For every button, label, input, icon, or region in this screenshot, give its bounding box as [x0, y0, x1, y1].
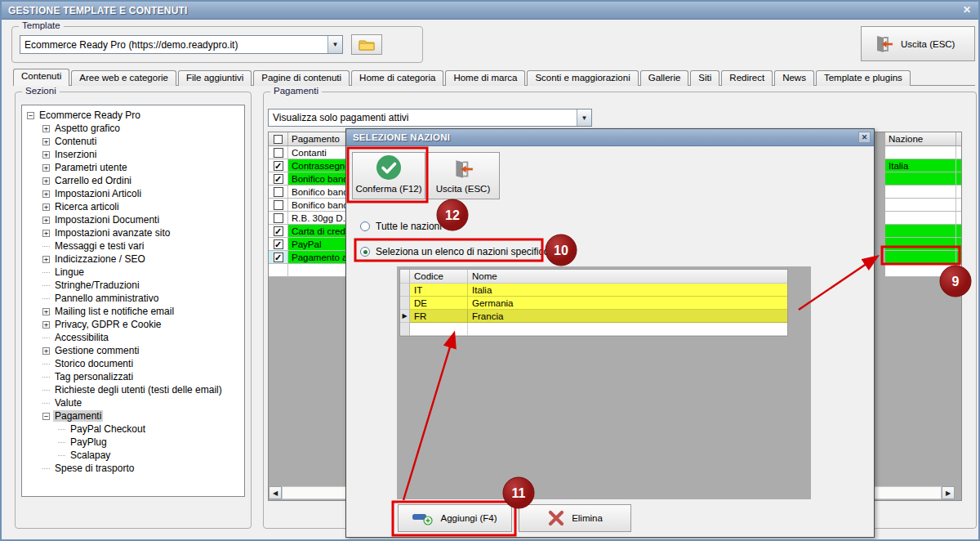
- tree-item-accessibilita[interactable]: Accessibilita: [22, 331, 244, 344]
- main-exit-button[interactable]: Uscita (ESC): [861, 26, 975, 61]
- tree-item-messaggi-e-testi-vari[interactable]: Messaggi e testi vari: [22, 239, 244, 253]
- expand-icon[interactable]: +: [42, 256, 50, 263]
- expand-icon[interactable]: +: [42, 177, 50, 185]
- payment-checkbox-cell[interactable]: [269, 212, 288, 225]
- nome-column-header[interactable]: Nome: [468, 270, 787, 284]
- nazione-cell[interactable]: [885, 186, 956, 199]
- nation-nome-cell[interactable]: Francia: [468, 310, 787, 323]
- elimina-button[interactable]: Elimina: [519, 504, 631, 532]
- payment-checkbox-cell[interactable]: ✓: [269, 172, 288, 186]
- scroll-right-icon[interactable]: ▶: [942, 486, 955, 499]
- tab-gallerie[interactable]: Gallerie: [640, 70, 689, 86]
- nation-nome-cell[interactable]: Italia: [468, 284, 787, 297]
- checkbox-checked-icon[interactable]: ✓: [274, 161, 283, 171]
- payments-filter-combobox[interactable]: Visualizza solo pagamenti attivi ▼: [268, 109, 592, 127]
- tree-item-payplug[interactable]: PayPlug: [22, 436, 244, 449]
- nation-codice-cell[interactable]: FR: [410, 310, 468, 323]
- tree-item-inserzioni[interactable]: +Inserzioni: [22, 148, 244, 161]
- payment-checkbox-cell[interactable]: ✓: [269, 238, 288, 251]
- payment-checkbox-cell[interactable]: ✓: [269, 159, 288, 172]
- open-template-button[interactable]: [351, 34, 382, 55]
- tree-item-indicizzazione-seo[interactable]: +Indicizzazione / SEO: [22, 253, 244, 266]
- payment-checkbox-cell[interactable]: [269, 199, 288, 212]
- checkbox-unchecked-icon[interactable]: [274, 148, 283, 158]
- tree-item-spese-di-trasporto[interactable]: Spese di trasporto: [22, 462, 244, 475]
- tree-item-aspetto-grafico[interactable]: +Aspetto grafico: [22, 122, 244, 135]
- sections-tree[interactable]: −Ecommerce Ready Pro+Aspetto grafico+Con…: [21, 105, 245, 497]
- dialog-exit-button[interactable]: Uscita (ESC): [426, 152, 500, 199]
- collapse-icon[interactable]: −: [42, 413, 50, 420]
- tab-template-e-plugins[interactable]: Template e plugins: [816, 70, 911, 86]
- tab-news[interactable]: News: [774, 70, 814, 86]
- tree-item-impostazioni-articoli[interactable]: +Impostazioni Articoli: [22, 187, 244, 200]
- nations-table[interactable]: Codice Nome ITItaliaDEGermania▶FRFrancia: [399, 269, 788, 337]
- nation-row[interactable]: ITItalia: [400, 284, 787, 297]
- expand-icon[interactable]: +: [42, 125, 50, 132]
- checkbox-checked-icon[interactable]: ✓: [274, 253, 283, 262]
- nazione-cell[interactable]: [885, 212, 956, 225]
- tree-item-ricerca-articoli[interactable]: +Ricerca articoli: [22, 200, 244, 213]
- conferma-button[interactable]: Conferma (F12): [352, 152, 425, 199]
- expand-icon[interactable]: +: [42, 308, 50, 315]
- header-select-all-checkbox[interactable]: [269, 132, 288, 146]
- tab-sconti-e-maggiorazioni[interactable]: Sconti e maggiorazioni: [527, 70, 638, 86]
- aggiungi-button[interactable]: Aggiungi (F4): [398, 504, 512, 532]
- checkbox-checked-icon[interactable]: ✓: [274, 226, 283, 236]
- tree-item-stringhe-traduzioni[interactable]: Stringhe/Traduzioni: [22, 279, 244, 292]
- checkbox-checked-icon[interactable]: ✓: [274, 239, 283, 249]
- tree-item-impostazioni-avanzate-sito[interactable]: +Impostazioni avanzate sito: [22, 226, 244, 239]
- tree-item-pagamenti[interactable]: −Pagamenti: [22, 409, 244, 423]
- nazione-cell[interactable]: Italia: [885, 159, 956, 172]
- payment-checkbox-cell[interactable]: [269, 146, 288, 159]
- chevron-down-icon[interactable]: ▼: [327, 36, 342, 53]
- radio-specific-nations[interactable]: Seleziona un elenco di nazioni specifico: [360, 246, 549, 257]
- tree-item-mailing-list-e-notifiche-email[interactable]: +Mailing list e notifiche email: [22, 305, 244, 318]
- checkbox-unchecked-icon[interactable]: [274, 213, 283, 223]
- tree-item-scalapay[interactable]: Scalapay: [22, 449, 244, 462]
- scroll-left-icon[interactable]: ◀: [269, 486, 282, 499]
- chevron-down-icon[interactable]: ▼: [577, 110, 591, 126]
- expand-icon[interactable]: +: [42, 151, 50, 159]
- codice-column-header[interactable]: Codice: [410, 270, 468, 284]
- window-close-icon[interactable]: ✕: [960, 5, 973, 16]
- tab-pagine-di-contenuti[interactable]: Pagine di contenuti: [253, 70, 350, 86]
- nazione-cell[interactable]: [885, 172, 956, 186]
- nazione-cell[interactable]: [885, 146, 956, 159]
- tree-item-parametri-utente[interactable]: +Parametri utente: [22, 161, 244, 174]
- nazione-cell[interactable]: [885, 238, 956, 251]
- tree-item-gestione-commenti[interactable]: +Gestione commenti: [22, 344, 244, 357]
- expand-icon[interactable]: +: [42, 164, 50, 172]
- expand-icon[interactable]: +: [42, 230, 50, 237]
- expand-icon[interactable]: +: [42, 203, 50, 211]
- checkbox-checked-icon[interactable]: ✓: [274, 174, 283, 184]
- tab-home-di-marca[interactable]: Home di marca: [445, 70, 525, 86]
- tab-redirect[interactable]: Redirect: [721, 70, 773, 86]
- tree-item-richieste-degli-utenti-testi-delle-email-[interactable]: Richieste degli utenti (testi delle emai…: [22, 383, 244, 396]
- tab-aree-web-e-categorie[interactable]: Aree web e categorie: [71, 70, 176, 86]
- tree-item-valute[interactable]: Valute: [22, 396, 244, 409]
- tree-item-tag-personalizzati[interactable]: Tag personalizzati: [22, 370, 244, 383]
- nazione-column-header[interactable]: Nazione: [885, 132, 956, 146]
- nation-nome-cell[interactable]: Germania: [468, 297, 787, 310]
- nation-row[interactable]: ▶FRFrancia: [400, 310, 787, 323]
- payment-checkbox-cell[interactable]: [269, 186, 288, 199]
- expand-icon[interactable]: +: [42, 138, 50, 145]
- payment-checkbox-cell[interactable]: ✓: [269, 225, 288, 238]
- tab-file-aggiuntivi[interactable]: File aggiuntivi: [178, 70, 252, 86]
- nation-codice-cell[interactable]: IT: [410, 284, 468, 297]
- expand-icon[interactable]: +: [42, 217, 50, 224]
- checkbox-unchecked-icon[interactable]: [274, 200, 283, 210]
- expand-icon[interactable]: +: [42, 321, 50, 329]
- nazione-cell[interactable]: [885, 199, 956, 212]
- nation-row[interactable]: DEGermania: [400, 297, 787, 310]
- tree-item-lingue[interactable]: Lingue: [22, 266, 244, 279]
- nazione-cell[interactable]: [885, 225, 956, 238]
- tree-item-ecommerce-ready-pro[interactable]: −Ecommerce Ready Pro: [22, 109, 244, 122]
- tree-item-pannello-amministrativo[interactable]: Pannello amministrativo: [22, 292, 244, 305]
- payment-checkbox-cell[interactable]: ✓: [269, 251, 288, 264]
- tab-contenuti[interactable]: Contenuti: [13, 69, 69, 86]
- expand-icon[interactable]: +: [42, 190, 50, 198]
- current-row-marker-icon[interactable]: ▶: [400, 310, 410, 323]
- collapse-icon[interactable]: −: [27, 112, 34, 119]
- radio-all-nations[interactable]: Tutte le nazioni: [360, 221, 442, 232]
